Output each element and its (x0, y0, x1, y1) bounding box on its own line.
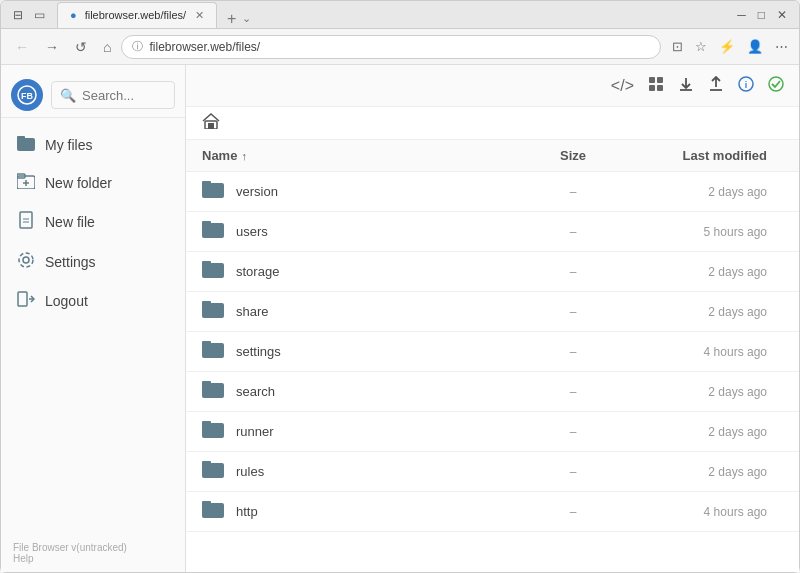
sidebar-item-new-folder[interactable]: New folder (1, 164, 185, 202)
check-icon[interactable] (765, 73, 787, 99)
new-tab-button[interactable]: + ⌄ (219, 10, 259, 28)
upload-icon[interactable] (705, 73, 727, 99)
info-icon[interactable]: i (735, 73, 757, 99)
table-row[interactable]: search – 2 days ago (186, 372, 799, 412)
search-icon: 🔍 (60, 88, 76, 103)
table-row[interactable]: version – 2 days ago (186, 172, 799, 212)
svg-rect-39 (202, 421, 211, 426)
address-text: filebrowser.web/files/ (149, 40, 260, 54)
file-date: 5 hours ago (633, 225, 783, 239)
maximize-button[interactable]: □ (754, 6, 769, 24)
file-date: 4 hours ago (633, 345, 783, 359)
table-row[interactable]: runner – 2 days ago (186, 412, 799, 452)
title-bar-controls: ⊟ ▭ (9, 6, 49, 24)
svg-rect-13 (18, 292, 27, 306)
address-bar[interactable]: ⓘ filebrowser.web/files/ (121, 35, 661, 59)
search-box[interactable]: 🔍 (51, 81, 175, 109)
forward-button[interactable]: → (39, 35, 65, 59)
size-column-header[interactable]: Size (513, 148, 633, 163)
file-name: users (236, 224, 513, 239)
sort-arrow-icon: ↑ (241, 150, 247, 162)
tab-controls: ⌄ (242, 12, 251, 25)
folder-icon (202, 420, 224, 443)
navigation-bar: ← → ↺ ⌂ ⓘ filebrowser.web/files/ ⊡ ☆ ⚡ 👤… (1, 29, 799, 65)
new-folder-label: New folder (45, 175, 112, 191)
svg-point-23 (769, 77, 783, 91)
reload-button[interactable]: ↺ (69, 35, 93, 59)
new-file-icon (17, 211, 35, 233)
svg-rect-3 (17, 136, 25, 140)
table-row[interactable]: settings – 4 hours ago (186, 332, 799, 372)
version-text: File Browser v(untracked) (13, 542, 173, 553)
file-date: 2 days ago (633, 265, 783, 279)
back-button[interactable]: ← (9, 35, 35, 59)
sidebar-item-new-file[interactable]: New file (1, 202, 185, 242)
main-content: </> (186, 65, 799, 572)
file-size: – (513, 505, 633, 519)
folder-icon (202, 340, 224, 363)
table-row[interactable]: http – 4 hours ago (186, 492, 799, 532)
svg-rect-17 (649, 85, 655, 91)
sidebar-item-settings[interactable]: Settings (1, 242, 185, 282)
table-row[interactable]: storage – 2 days ago (186, 252, 799, 292)
menu-icon[interactable]: ▭ (30, 6, 49, 24)
folder-icon (202, 500, 224, 523)
svg-text:FB: FB (21, 91, 33, 101)
app-logo: FB (11, 79, 43, 111)
cast-icon[interactable]: ⊡ (669, 36, 686, 57)
code-view-icon[interactable]: </> (608, 74, 637, 98)
new-folder-icon (17, 173, 35, 193)
active-tab[interactable]: ● filebrowser.web/files/ ✕ (57, 2, 217, 28)
svg-rect-18 (657, 85, 663, 91)
svg-text:i: i (745, 80, 748, 90)
table-row[interactable]: users – 5 hours ago (186, 212, 799, 252)
home-button[interactable]: ⌂ (97, 35, 117, 59)
folder-icon (202, 380, 224, 403)
file-size: – (513, 425, 633, 439)
file-date: 2 days ago (633, 425, 783, 439)
modified-column-header[interactable]: Last modified (633, 148, 783, 163)
svg-point-12 (19, 253, 33, 267)
tabs-icon[interactable]: ⊟ (9, 6, 27, 24)
file-name: search (236, 384, 513, 399)
minimize-button[interactable]: ─ (733, 6, 750, 24)
file-size: – (513, 345, 633, 359)
file-date: 2 days ago (633, 305, 783, 319)
my-files-label: My files (45, 137, 92, 153)
table-row[interactable]: rules – 2 days ago (186, 452, 799, 492)
search-input[interactable] (82, 88, 166, 103)
help-link[interactable]: Help (13, 553, 173, 564)
svg-rect-31 (202, 261, 211, 266)
svg-rect-33 (202, 301, 211, 306)
new-file-label: New file (45, 214, 95, 230)
tab-close-button[interactable]: ✕ (195, 9, 204, 22)
svg-rect-8 (20, 212, 32, 228)
settings-label: Settings (45, 254, 96, 270)
logout-icon (17, 291, 35, 311)
folder-icon (202, 460, 224, 483)
svg-rect-37 (202, 381, 211, 386)
svg-point-11 (23, 257, 29, 263)
logout-label: Logout (45, 293, 88, 309)
svg-rect-41 (202, 461, 211, 466)
settings-icon (17, 251, 35, 273)
folder-icon (202, 220, 224, 243)
more-icon[interactable]: ⋯ (772, 36, 791, 57)
file-name: share (236, 304, 513, 319)
bookmark-icon[interactable]: ☆ (692, 36, 710, 57)
profile-icon[interactable]: 👤 (744, 36, 766, 57)
sidebar-item-logout[interactable]: Logout (1, 282, 185, 320)
sidebar-item-my-files[interactable]: My files (1, 126, 185, 164)
download-icon[interactable] (675, 73, 697, 99)
name-column-header[interactable]: Name ↑ (202, 148, 513, 163)
home-breadcrumb[interactable] (202, 113, 220, 133)
folder-icon (17, 135, 35, 155)
close-button[interactable]: ✕ (773, 6, 791, 24)
grid-view-icon[interactable] (645, 73, 667, 99)
file-date: 2 days ago (633, 385, 783, 399)
file-date: 2 days ago (633, 465, 783, 479)
extensions-icon[interactable]: ⚡ (716, 36, 738, 57)
table-row[interactable]: share – 2 days ago (186, 292, 799, 332)
sidebar: FB 🔍 My files (1, 65, 186, 572)
svg-rect-35 (202, 341, 211, 346)
